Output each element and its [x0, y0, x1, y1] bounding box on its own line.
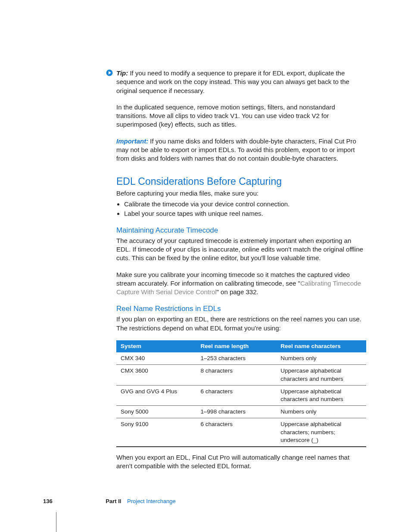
table-row: Sony 5000 1–998 characters Numbers only: [116, 406, 366, 418]
table-header: System: [116, 340, 196, 352]
sub1-p2b: " on page 332.: [217, 288, 258, 296]
table-row: CMX 340 1–253 characters Numbers only: [116, 352, 366, 365]
table-cell: Uppercase alphabetical characters and nu…: [276, 385, 366, 405]
part-label: Part II: [106, 498, 121, 504]
table-cell: 6 characters: [196, 418, 277, 447]
reel-restrictions-table: System Reel name length Reel name charac…: [116, 340, 366, 447]
section-intro: Before capturing your media files, make …: [116, 189, 366, 198]
table-cell: 6 characters: [196, 385, 277, 405]
content-column: Tip: If you need to modify a sequence to…: [116, 69, 366, 471]
tip-label: Tip:: [116, 69, 128, 77]
left-margin-rule: [56, 512, 56, 532]
table-header: Reel name length: [196, 340, 277, 352]
sub2-outro: When you export an EDL, Final Cut Pro wi…: [116, 453, 366, 471]
tip-followup: In the duplicated sequence, remove motio…: [116, 103, 366, 129]
section-heading: EDL Considerations Before Capturing: [116, 175, 366, 188]
page-number: 136: [43, 498, 53, 504]
table-cell: CMX 340: [116, 352, 196, 365]
table-cell: Uppercase alphabetical characters; numbe…: [276, 418, 366, 447]
important-text: If you name disks and folders with doubl…: [116, 137, 356, 162]
bullet-item: Calibrate the timecode via your device c…: [124, 200, 366, 208]
table-cell: Sony 9100: [116, 418, 196, 447]
table-row: CMX 3600 8 characters Uppercase alphabet…: [116, 365, 366, 385]
table-cell: Numbers only: [276, 406, 366, 418]
table-row: GVG and GVG 4 Plus 6 characters Uppercas…: [116, 385, 366, 405]
subsection-heading: Reel Name Restrictions in EDLs: [116, 304, 366, 314]
part-title: Project Interchange: [127, 498, 176, 504]
important-label: Important:: [116, 137, 148, 145]
table-row: Sony 9100 6 characters Uppercase alphabe…: [116, 418, 366, 447]
table-cell: Uppercase alphabetical characters and nu…: [276, 365, 366, 385]
sub1-p1: The accuracy of your captured timecode i…: [116, 236, 366, 263]
table-header: Reel name characters: [276, 340, 366, 352]
sub2-intro: If you plan on exporting an EDL, there a…: [116, 315, 366, 333]
table-header-row: System Reel name length Reel name charac…: [116, 340, 366, 352]
section-bullets: Calibrate the timecode via your device c…: [116, 200, 366, 218]
table-cell: Sony 5000: [116, 406, 196, 418]
important-block: Important: If you name disks and folders…: [116, 137, 366, 163]
bullet-item: Label your source tapes with unique reel…: [124, 209, 366, 218]
subsection-heading: Maintaining Accurate Timecode: [116, 226, 366, 236]
table-cell: CMX 3600: [116, 365, 196, 385]
page-footer: 136 Part II Project Interchange: [43, 498, 176, 505]
page: Tip: If you need to modify a sequence to…: [0, 0, 411, 532]
table-cell: Numbers only: [276, 352, 366, 365]
table-cell: 8 characters: [196, 365, 277, 385]
sub1-p2: Make sure you calibrate your incoming ti…: [116, 271, 366, 297]
table-cell: 1–998 characters: [196, 406, 277, 418]
tip-text: If you need to modify a sequence to prep…: [116, 69, 349, 94]
tip-block: Tip: If you need to modify a sequence to…: [116, 69, 366, 95]
table-cell: 1–253 characters: [196, 352, 277, 365]
table-cell: GVG and GVG 4 Plus: [116, 385, 196, 405]
tip-icon: [106, 69, 113, 76]
